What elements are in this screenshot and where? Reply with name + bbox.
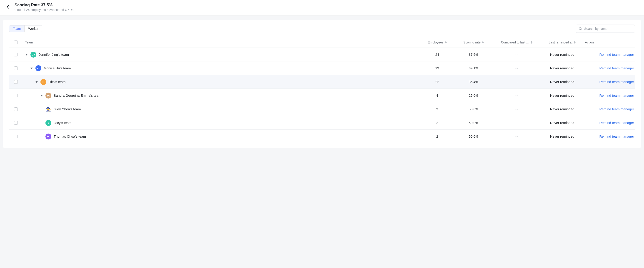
avatar: R <box>40 79 46 85</box>
row-checkbox[interactable] <box>14 53 18 56</box>
search-input[interactable] <box>576 25 635 33</box>
scoring-rate-cell: 50.0% <box>453 134 494 138</box>
sort-icon <box>530 41 532 44</box>
page-subtitle: 9 out of 24 employees have scored OKRs <box>14 8 74 12</box>
remind-team-manager-link[interactable]: Remind team manager <box>599 53 634 56</box>
page-header: Scoring Rate 37.5% 9 out of 24 employees… <box>0 0 644 16</box>
scoring-rate-cell: 25.0% <box>453 94 494 97</box>
last-reminded-cell: Never reminded <box>540 94 585 97</box>
table-row: RRita's team2236.4%--Never remindedRemin… <box>9 75 635 89</box>
column-employees-label: Employees <box>428 41 443 44</box>
chevron-down-icon[interactable] <box>25 53 28 56</box>
row-checkbox[interactable] <box>14 94 18 97</box>
employees-cell: 23 <box>421 66 453 70</box>
remind-team-manager-link[interactable]: Remind team manager <box>599 107 634 111</box>
employees-cell: 2 <box>421 134 453 138</box>
table-row: SGSandra Georgina Emma's team425.0%--Nev… <box>9 89 635 102</box>
team-cell: JJocy's team <box>23 120 421 126</box>
sort-icon <box>445 41 447 44</box>
row-checkbox[interactable] <box>14 66 18 70</box>
column-scoring-rate[interactable]: Scoring rate <box>453 41 494 44</box>
scoring-rate-cell: 39.1% <box>453 66 494 70</box>
chevron-down-icon[interactable] <box>30 67 33 70</box>
avatar: MH <box>36 65 41 71</box>
tab-worker[interactable]: Worker <box>24 26 42 32</box>
team-name: Sandra Georgina Emma's team <box>54 94 101 97</box>
team-cell: RRita's team <box>23 79 421 85</box>
compared-cell: -- <box>516 121 518 125</box>
back-arrow-icon[interactable] <box>6 4 11 10</box>
scoring-rate-cell: 50.0% <box>453 107 494 111</box>
search-wrap <box>576 25 635 33</box>
avatar: TC <box>46 134 51 139</box>
chevron-right-icon[interactable] <box>40 94 43 97</box>
sort-icon <box>482 41 484 44</box>
last-reminded-cell: Never reminded <box>540 66 585 70</box>
sort-icon <box>574 41 576 44</box>
remind-team-manager-link[interactable]: Remind team manager <box>599 94 634 97</box>
table-row: JJJennifer Jing's team2437.5%--Never rem… <box>9 48 635 61</box>
last-reminded-cell: Never reminded <box>540 121 585 125</box>
employees-cell: 2 <box>421 107 453 111</box>
scoring-rate-cell: 36.4% <box>453 80 494 84</box>
column-employees[interactable]: Employees <box>421 41 453 44</box>
table-row: 🧙Judy Chen's team250.0%--Never remindedR… <box>9 102 635 116</box>
avatar: JJ <box>30 52 36 58</box>
card-top-bar: Team Worker <box>9 25 635 33</box>
last-reminded-cell: Never reminded <box>540 53 585 56</box>
team-cell: TCThomas Chua's team <box>23 134 421 139</box>
compared-cell: -- <box>516 134 518 138</box>
column-scoring-rate-label: Scoring rate <box>463 41 480 44</box>
remind-team-manager-link[interactable]: Remind team manager <box>599 66 634 70</box>
remind-team-manager-link[interactable]: Remind team manager <box>599 134 634 138</box>
scoring-rate-cell: 37.5% <box>453 53 494 56</box>
team-cell: 🧙Judy Chen's team <box>23 106 421 112</box>
header-titles: Scoring Rate 37.5% 9 out of 24 employees… <box>14 3 74 12</box>
scoring-rate-cell: 50.0% <box>453 121 494 125</box>
employees-cell: 22 <box>421 80 453 84</box>
column-last-reminded[interactable]: Last reminded at <box>540 41 585 44</box>
table-row: TCThomas Chua's team250.0%--Never remind… <box>9 130 635 143</box>
row-checkbox[interactable] <box>14 135 18 138</box>
chevron-down-icon[interactable] <box>35 80 38 84</box>
table-body: JJJennifer Jing's team2437.5%--Never rem… <box>9 48 635 143</box>
column-team: Team <box>25 41 421 44</box>
svg-point-0 <box>579 28 581 30</box>
team-cell: SGSandra Georgina Emma's team <box>23 93 421 99</box>
main-card: Team Worker Team Employees <box>3 20 641 148</box>
column-team-label: Team <box>25 41 33 44</box>
last-reminded-cell: Never reminded <box>540 134 585 138</box>
column-compared-label: Compared to last … <box>501 41 530 44</box>
team-name: Jennifer Jing's team <box>39 53 69 56</box>
page-title: Scoring Rate 37.5% <box>14 3 74 8</box>
row-checkbox[interactable] <box>14 107 18 111</box>
compared-cell: -- <box>516 53 518 56</box>
team-name: Monica Hu's team <box>44 66 71 70</box>
employees-cell: 4 <box>421 94 453 97</box>
column-last-reminded-label: Last reminded at <box>549 41 572 44</box>
avatar: 🧙 <box>46 106 51 112</box>
compared-cell: -- <box>516 66 518 70</box>
select-all-checkbox[interactable] <box>14 41 18 44</box>
team-name: Thomas Chua's team <box>54 134 86 138</box>
row-checkbox[interactable] <box>14 121 18 125</box>
remind-team-manager-link[interactable]: Remind team manager <box>599 121 634 125</box>
team-name: Jocy's team <box>54 121 72 125</box>
table-row: JJocy's team250.0%--Never remindedRemind… <box>9 116 635 130</box>
team-name: Judy Chen's team <box>54 107 81 111</box>
employees-cell: 2 <box>421 121 453 125</box>
search-icon <box>578 27 582 31</box>
table-row: MHMonica Hu's team2339.1%--Never reminde… <box>9 61 635 75</box>
team-cell: JJJennifer Jing's team <box>23 52 421 58</box>
avatar: SG <box>46 93 51 99</box>
team-name: Rita's team <box>49 80 66 84</box>
tab-team[interactable]: Team <box>9 26 24 32</box>
row-checkbox[interactable] <box>14 80 18 84</box>
remind-team-manager-link[interactable]: Remind team manager <box>599 80 634 84</box>
column-compared[interactable]: Compared to last … <box>494 41 540 44</box>
last-reminded-cell: Never reminded <box>540 80 585 84</box>
view-segmented-control: Team Worker <box>9 25 42 32</box>
last-reminded-cell: Never reminded <box>540 107 585 111</box>
avatar: J <box>46 120 51 126</box>
table-header-row: Team Employees Scoring rate <box>9 37 635 48</box>
